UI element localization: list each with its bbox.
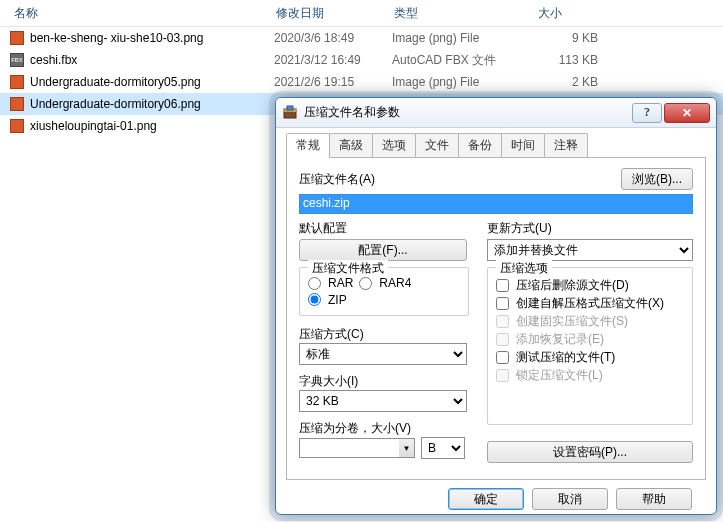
file-row[interactable]: ben-ke-sheng- xiu-she10-03.png2020/3/6 1… xyxy=(0,27,723,49)
cancel-button[interactable]: 取消 xyxy=(532,488,608,510)
help-button[interactable]: 帮助 xyxy=(616,488,692,510)
format-radio-rar[interactable]: RAR xyxy=(308,276,353,290)
tab-5[interactable]: 时间 xyxy=(501,133,545,157)
dialog-footer: 确定 取消 帮助 xyxy=(286,480,706,510)
filename-input[interactable]: ceshi.zip xyxy=(299,194,693,214)
cell-name: ceshi.fbx xyxy=(30,53,274,67)
option-check-1[interactable]: 创建自解压格式压缩文件(X) xyxy=(496,295,684,312)
cell-date: 2021/3/12 16:49 xyxy=(274,53,392,67)
dict-select[interactable]: 32 KB xyxy=(299,390,467,412)
split-size-input[interactable] xyxy=(299,438,399,458)
png-file-icon xyxy=(8,96,26,112)
col-name[interactable]: 名称 xyxy=(8,1,270,26)
option-check-3: 添加恢复记录(E) xyxy=(496,331,684,348)
ok-button[interactable]: 确定 xyxy=(448,488,524,510)
fbx-file-icon: FBX xyxy=(8,52,26,68)
png-file-icon xyxy=(8,118,26,134)
cell-name: Undergraduate-dormitory05.png xyxy=(30,75,274,89)
tab-3[interactable]: 文件 xyxy=(415,133,459,157)
file-row[interactable]: Undergraduate-dormitory05.png2021/2/6 19… xyxy=(0,71,723,93)
col-date[interactable]: 修改日期 xyxy=(270,1,388,26)
cell-size: 2 KB xyxy=(536,75,598,89)
cell-date: 2020/3/6 18:49 xyxy=(274,31,392,45)
col-type[interactable]: 类型 xyxy=(388,1,532,26)
file-list-header: 名称 修改日期 类型 大小 xyxy=(0,0,723,27)
tab-4[interactable]: 备份 xyxy=(458,133,502,157)
cell-name: Undergraduate-dormitory06.png xyxy=(30,97,274,111)
tab-0[interactable]: 常规 xyxy=(286,133,330,158)
png-file-icon xyxy=(8,74,26,90)
archive-dialog: 压缩文件名和参数 ? ✕ 常规高级选项文件备份时间注释 压缩文件名(A) 浏览(… xyxy=(275,97,717,515)
update-label: 更新方式(U) xyxy=(487,220,693,237)
dict-label: 字典大小(I) xyxy=(299,373,469,390)
tab-1[interactable]: 高级 xyxy=(329,133,373,157)
format-group: 压缩文件格式 RARRAR4ZIP xyxy=(299,267,469,316)
method-select[interactable]: 标准 xyxy=(299,343,467,365)
password-button[interactable]: 设置密码(P)... xyxy=(487,441,693,463)
option-check-5: 锁定压缩文件(L) xyxy=(496,367,684,384)
split-label: 压缩为分卷，大小(V) xyxy=(299,420,469,437)
help-icon[interactable]: ? xyxy=(632,103,662,123)
titlebar[interactable]: 压缩文件名和参数 ? ✕ xyxy=(276,98,716,128)
chevron-down-icon[interactable]: ▼ xyxy=(399,438,415,458)
browse-button[interactable]: 浏览(B)... xyxy=(621,168,693,190)
tab-strip: 常规高级选项文件备份时间注释 xyxy=(286,136,706,158)
method-label: 压缩方式(C) xyxy=(299,326,469,343)
option-check-2: 创建固实压缩文件(S) xyxy=(496,313,684,330)
cell-type: AutoCAD FBX 文件 xyxy=(392,52,536,69)
cell-date: 2021/2/6 19:15 xyxy=(274,75,392,89)
tab-2[interactable]: 选项 xyxy=(372,133,416,157)
format-radio-zip[interactable]: ZIP xyxy=(308,293,347,307)
cell-type: Image (png) File xyxy=(392,75,536,89)
dialog-title: 压缩文件名和参数 xyxy=(304,104,630,121)
col-size[interactable]: 大小 xyxy=(532,1,612,26)
option-check-4[interactable]: 测试压缩的文件(T) xyxy=(496,349,684,366)
png-file-icon xyxy=(8,30,26,46)
format-radio-rar4[interactable]: RAR4 xyxy=(359,276,411,290)
close-icon[interactable]: ✕ xyxy=(664,103,710,123)
profile-button[interactable]: 配置(F)... xyxy=(299,239,467,261)
cell-name: xiusheloupingtai-01.png xyxy=(30,119,274,133)
cell-size: 9 KB xyxy=(536,31,598,45)
filename-label: 压缩文件名(A) xyxy=(299,171,375,188)
cell-name: ben-ke-sheng- xiu-she10-03.png xyxy=(30,31,274,45)
profile-label: 默认配置 xyxy=(299,220,469,237)
file-row[interactable]: FBXceshi.fbx2021/3/12 16:49AutoCAD FBX 文… xyxy=(0,49,723,71)
tab-panel-general: 压缩文件名(A) 浏览(B)... ceshi.zip 默认配置 配置(F)..… xyxy=(286,158,706,480)
svg-rect-2 xyxy=(287,106,293,110)
cell-type: Image (png) File xyxy=(392,31,536,45)
tab-6[interactable]: 注释 xyxy=(544,133,588,157)
app-icon xyxy=(282,105,298,121)
option-check-0[interactable]: 压缩后删除源文件(D) xyxy=(496,277,684,294)
split-unit-select[interactable]: B xyxy=(421,437,465,459)
options-group: 压缩选项 压缩后删除源文件(D)创建自解压格式压缩文件(X)创建固实压缩文件(S… xyxy=(487,267,693,425)
update-mode-select[interactable]: 添加并替换文件 xyxy=(487,239,693,261)
cell-size: 113 KB xyxy=(536,53,598,67)
